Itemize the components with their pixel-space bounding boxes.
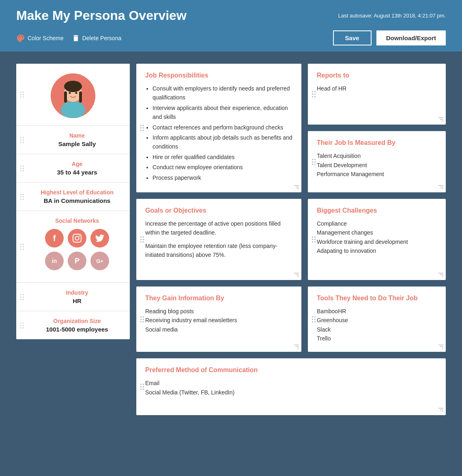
list-item: Conduct new employee orientations (153, 163, 292, 172)
linkedin-icon[interactable]: in (45, 252, 64, 270)
delete-persona-link[interactable]: Delete Persona (72, 34, 122, 43)
resize-handle-3[interactable] (438, 185, 443, 190)
org-size-block: Organization Size 1001-5000 employees (16, 311, 130, 339)
org-size-value: 1001-5000 employees (32, 326, 122, 333)
name-value: Sample Sally (32, 140, 122, 147)
color-scheme-link[interactable]: Color Scheme (16, 34, 64, 43)
avatar-image (51, 73, 95, 118)
delete-persona-label: Delete Persona (82, 35, 122, 41)
age-block: Age 35 to 44 years (16, 154, 130, 183)
resize-handle-5[interactable] (438, 273, 443, 278)
tools-body: BambooHRGreenhouseSlackTrello (317, 307, 437, 343)
svg-point-7 (75, 92, 77, 94)
list-item: Management changes (317, 228, 437, 237)
industry-value: HR (32, 297, 122, 304)
education-value: BA in Communications (32, 197, 122, 204)
list-item: Talent Development (317, 161, 437, 170)
header: Make My Persona Overview Last autosave: … (0, 0, 462, 52)
gain-info-title: They Gain Information By (145, 295, 292, 302)
svg-point-1 (61, 101, 85, 118)
list-item: Reading blog posts (145, 307, 292, 316)
list-item: Performance Management (317, 170, 437, 179)
list-item: Process paperwork (153, 173, 292, 182)
download-button[interactable]: Download/Export (376, 30, 446, 45)
goals-paragraph: Maintain the employee retention rate (le… (145, 241, 292, 260)
reports-drag-handle (312, 91, 316, 97)
svg-point-3 (64, 81, 82, 92)
job-measured-title: Their Job Is Measured By (317, 139, 437, 146)
save-button[interactable]: Save (333, 30, 372, 45)
communication-card: Preferred Method of Communication EmailS… (136, 358, 446, 415)
age-label: Age (32, 161, 122, 167)
social-drag-handle (20, 244, 24, 250)
job-responsibilities-body: Consult with employers to identify needs… (145, 84, 292, 182)
education-drag-handle (20, 194, 24, 200)
measured-drag-handle (312, 159, 316, 165)
list-item: Greenhouse (317, 316, 437, 325)
avatar-section (16, 64, 130, 126)
list-item: Interview applicants about their experie… (153, 103, 292, 122)
reports-to-card: Reports to Head of HR (308, 64, 446, 125)
resize-handle-2[interactable] (438, 117, 443, 122)
list-item: Workforce training and development (317, 237, 437, 246)
reports-to-title: Reports to (317, 72, 437, 79)
industry-label: Industry (32, 289, 122, 296)
challenges-title: Biggest Challenges (317, 207, 437, 214)
svg-rect-5 (79, 91, 82, 103)
trash-icon (72, 34, 80, 43)
gain-info-drag-handle (140, 316, 144, 322)
resize-handle-4[interactable] (294, 273, 299, 278)
tools-card: Tools They Need to Do Their Job BambooHR… (308, 286, 446, 352)
age-value: 35 to 44 years (32, 169, 122, 176)
tools-drag-handle (312, 316, 316, 322)
cards-row-1: Job Responsibilities Consult with employ… (136, 64, 446, 192)
list-item: Inform applicants about job details such… (153, 133, 292, 151)
org-size-drag-handle (20, 322, 24, 328)
left-column: Name Sample Sally Age 35 to 44 years Hig… (16, 64, 130, 339)
list-item: Receiving industry email newsletters (145, 316, 292, 325)
list-item: Adapating to innovation (317, 246, 437, 255)
gain-info-card: They Gain Information By Reading blog po… (136, 286, 301, 352)
palette-icon (16, 34, 25, 43)
job-measured-body: Talent AcquisitionTalent DevelopmentPerf… (317, 151, 437, 179)
gain-info-body: Reading blog postsReceiving industry ema… (145, 307, 292, 334)
reports-to-body: Head of HR (317, 84, 437, 93)
list-item: BambooHR (317, 307, 437, 316)
name-label: Name (32, 132, 122, 139)
org-size-label: Organization Size (32, 318, 122, 324)
list-item: Email (145, 379, 437, 388)
avatar[interactable] (51, 73, 95, 118)
autosave-text: Last autosave: August 13th 2018, 4:21:07… (338, 13, 446, 19)
facebook-icon[interactable]: f (45, 229, 64, 248)
list-item: Slack (317, 325, 437, 334)
resize-handle-6[interactable] (294, 345, 299, 349)
goals-title: Goals or Objectives (145, 207, 292, 214)
challenges-drag-handle (312, 236, 316, 242)
list-item: Social Media (Twitter, FB, LinkedIn) (145, 388, 437, 397)
social-networks-block: Social Networks f in P G+ (16, 211, 130, 283)
goals-paragraph: Increase the percentage of active open p… (145, 219, 292, 237)
avatar-drag-handle (20, 92, 24, 98)
instagram-icon[interactable] (68, 229, 86, 248)
right-columns: Job Responsibilities Consult with employ… (136, 64, 446, 415)
goals-drag-handle (140, 236, 144, 242)
resize-handle-7[interactable] (438, 345, 443, 349)
age-drag-handle (20, 165, 24, 171)
reports-to-value: Head of HR (317, 85, 346, 92)
resize-handle-8[interactable] (438, 408, 443, 413)
svg-point-6 (69, 92, 71, 94)
list-item: Hire or refer qualified candidates (153, 153, 292, 162)
color-scheme-label: Color Scheme (28, 35, 64, 41)
google-plus-icon[interactable]: G+ (90, 252, 109, 270)
list-item: Compliance (317, 219, 437, 228)
goals-body: Increase the percentage of active open p… (145, 219, 292, 260)
goals-card: Goals or Objectives Increase the percent… (136, 199, 301, 280)
job-responsibilities-card: Job Responsibilities Consult with employ… (136, 64, 301, 192)
pinterest-icon[interactable]: P (68, 252, 86, 270)
svg-rect-4 (64, 91, 67, 103)
resize-handle[interactable] (294, 185, 299, 190)
communication-body: EmailSocial Media (Twitter, FB, LinkedIn… (145, 379, 437, 397)
job-responsibilities-title: Job Responsibilities (145, 72, 292, 79)
twitter-icon[interactable] (90, 229, 109, 248)
tools-title: Tools They Need to Do Their Job (317, 295, 437, 302)
